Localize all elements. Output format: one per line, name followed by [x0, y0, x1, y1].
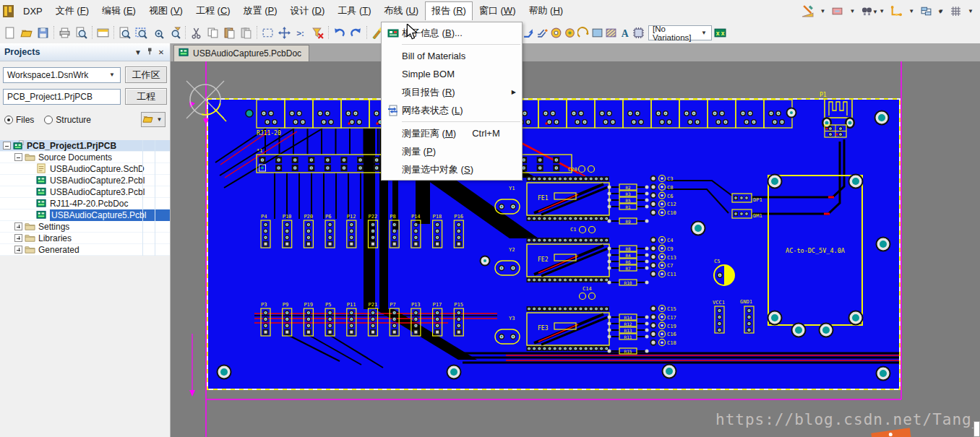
tree-item-usbaudiocapture-schd[interactable]: USBAudioCapture.SchD	[0, 163, 170, 175]
undo-button[interactable]	[331, 25, 348, 41]
paste-array-button[interactable]	[238, 25, 254, 41]
open-panel-button[interactable]	[95, 25, 111, 41]
chevron-down-icon[interactable]: ▼	[966, 8, 976, 14]
menu-item-2[interactable]: 编辑 (E)	[95, 1, 142, 20]
menu-item-1[interactable]: 文件 (F)	[49, 1, 95, 20]
variant-board-icon[interactable]: x x	[712, 25, 728, 41]
report-menu-item-7[interactable]: 测量距离 (M)Ctrl+M	[382, 124, 522, 142]
tree-item-settings[interactable]: Settings	[0, 221, 170, 233]
print-button[interactable]	[56, 25, 73, 41]
open-document-menu-button[interactable]: ▼	[141, 112, 166, 127]
place-arc-button[interactable]	[577, 25, 590, 41]
tree-item-libraries[interactable]: Libraries	[0, 233, 170, 244]
report-menu-item-3[interactable]: Simple BOM	[382, 65, 522, 83]
chevron-down-icon[interactable]: ▼	[132, 48, 144, 56]
room-tools-icon[interactable]	[829, 3, 846, 20]
menu-item-0[interactable]: DXP	[17, 3, 49, 20]
zoom-selected-button[interactable]	[166, 25, 183, 41]
chevron-down-icon[interactable]: ▼	[906, 8, 916, 14]
zoom-document-button[interactable]	[116, 25, 133, 41]
paste-button[interactable]	[221, 25, 238, 41]
tree-item-generated[interactable]: Generated	[0, 244, 170, 256]
plane-tools-icon[interactable]	[918, 3, 934, 20]
apply-selection-button[interactable]: >:	[293, 25, 309, 41]
chevron-down-icon[interactable]: ▼	[877, 8, 887, 14]
menu-item-3[interactable]: 视图 (V)	[142, 1, 189, 20]
tree-item-rj11-4p-20-pcbdoc[interactable]: RJ11-4P-20.PcbDoc	[0, 198, 170, 209]
menu-item-5[interactable]: 放置 (P)	[237, 1, 284, 20]
expand-icon[interactable]	[14, 234, 22, 242]
diff-pair-button[interactable]	[536, 25, 549, 41]
menu-item-11[interactable]: 帮助 (H)	[522, 1, 569, 20]
structure-radio-label: Structure	[56, 115, 91, 125]
pcb-canvas[interactable]: RJ11-20*1P4P10P20P6P12P22P8P14P18P16P3P9…	[171, 61, 980, 437]
project-field[interactable]: PCB_Project1.PrjPCB	[3, 89, 121, 105]
new-document-button[interactable]	[1, 25, 18, 41]
place-pad-button[interactable]	[549, 25, 563, 41]
menu-item-8[interactable]: 布线 (U)	[378, 1, 426, 20]
watermark-text: https://blog.csdn.net/Tang_Chuanlin	[715, 411, 980, 428]
component-label: P17	[433, 302, 442, 308]
pin-icon[interactable]	[144, 48, 155, 56]
component-label: R15	[624, 349, 632, 354]
report-menu-item-0[interactable]: 板子信息 (B)...	[382, 24, 522, 42]
place-polygon-button[interactable]	[604, 25, 618, 41]
collapse-icon[interactable]	[3, 142, 11, 150]
tree-grid-line	[142, 140, 143, 256]
report-menu-item-8[interactable]: 测量 (P)	[382, 142, 522, 160]
chevron-down-icon[interactable]: ▼	[817, 8, 828, 14]
tree-item-usbaudiocapture3-pcbl[interactable]: USBAudioCapture3.Pcbl	[0, 186, 170, 198]
grid-tools-icon[interactable]	[947, 3, 964, 20]
expand-icon[interactable]	[14, 222, 22, 230]
collapse-icon[interactable]	[14, 153, 22, 161]
menu-item-10[interactable]: 窗口 (W)	[473, 1, 523, 20]
dimension-tools-icon[interactable]	[888, 3, 905, 20]
cut-button[interactable]	[188, 25, 205, 41]
place-string-button[interactable]: A	[618, 25, 632, 41]
variant-select[interactable]: [No Variations] ▼	[648, 25, 712, 40]
print-preview-button[interactable]	[73, 25, 90, 41]
menu-item-7[interactable]: 工具 (T)	[331, 1, 377, 20]
component-label: GND1	[740, 299, 752, 305]
tree-item-usbaudiocapture2-pcbl[interactable]: USBAudioCapture2.Pcbl	[0, 175, 170, 186]
component-label: C5	[714, 259, 720, 264]
zoom-area-button[interactable]	[133, 25, 150, 41]
structure-radio[interactable]	[44, 116, 53, 124]
measure-tools-icon[interactable]	[799, 3, 816, 20]
tree-item-source-documents[interactable]: Source Documents	[0, 152, 170, 163]
menu-item-4[interactable]: 工程 (C)	[189, 1, 237, 20]
files-radio[interactable]	[4, 116, 13, 124]
select-area-button[interactable]	[259, 25, 276, 41]
zoom-in-button[interactable]	[150, 25, 166, 41]
report-menu-item-4[interactable]: 项目报告 (R)▶	[382, 83, 522, 101]
tree-item-usbaudiocapture5-pcbl[interactable]: USBAudioCapture5.Pcbl	[0, 209, 170, 221]
copy-button[interactable]	[205, 25, 221, 41]
report-menu-item-2[interactable]: Bill of Materials	[382, 47, 522, 65]
close-icon[interactable]: ✕	[155, 48, 167, 56]
report-menu-item-9[interactable]: 测量选中对象 (S)	[382, 160, 522, 178]
autoroute-button[interactable]	[522, 25, 536, 41]
menu-item-6[interactable]: 设计 (D)	[284, 1, 332, 20]
open-document-button[interactable]	[18, 25, 35, 41]
project-button[interactable]: 工程	[125, 88, 167, 105]
collapsed-toolbar-chevron[interactable]: ▼	[872, 9, 878, 15]
move-selection-button[interactable]	[276, 25, 293, 41]
chevron-down-icon: ▼	[699, 30, 709, 36]
workspace-button[interactable]: 工作区	[125, 66, 167, 83]
chevron-down-icon[interactable]: ▼	[847, 8, 857, 14]
redo-button[interactable]	[348, 25, 364, 41]
place-via-button[interactable]	[563, 25, 577, 41]
workspace-dropdown[interactable]: Workspace1.DsnWrk ▼	[3, 67, 121, 83]
component-label: P5	[325, 302, 331, 308]
place-fill-button[interactable]	[590, 25, 604, 41]
tab-usbaudiocapture5[interactable]: USBAudioCapture5.PcbDoc	[173, 45, 309, 61]
panel-title: Projects	[4, 47, 132, 57]
place-component-button[interactable]	[632, 25, 645, 41]
tree-item-pcb-project1-prjpcb[interactable]: PCB_Project1.PrjPCB	[0, 140, 170, 152]
collapsed-toolbar-chevron[interactable]: ▼	[937, 9, 943, 15]
save-document-button[interactable]	[35, 25, 51, 41]
clear-filter-button[interactable]	[309, 25, 326, 41]
menu-item-9[interactable]: 报告 (R)	[425, 1, 473, 20]
report-menu-item-5[interactable]: 网络表状态 (L)	[382, 101, 522, 119]
expand-icon[interactable]	[14, 246, 22, 254]
